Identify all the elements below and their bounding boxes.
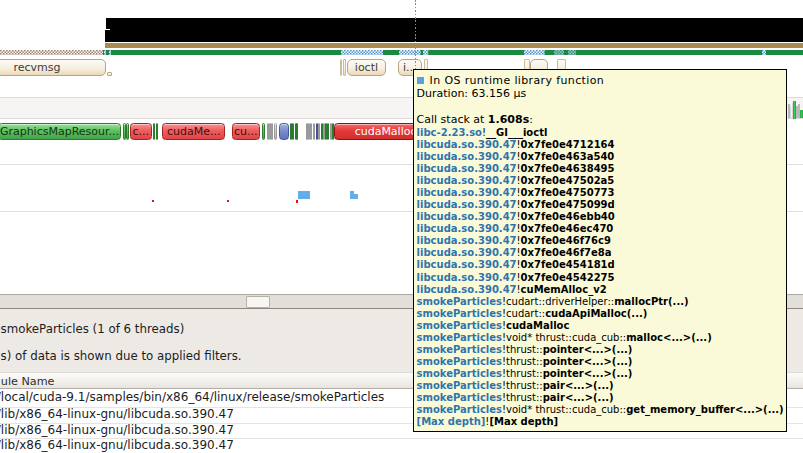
interval-button-partial[interactable] bbox=[340, 59, 342, 76]
frame-symbol: 0x7fe0e46ebb40 bbox=[521, 211, 615, 222]
ruler-left-step bbox=[105, 18, 106, 30]
stack-frame: libcuda.so.390.47!0x7fe0e463a540 bbox=[417, 151, 786, 163]
callstack-time: 1.608s bbox=[488, 113, 529, 126]
blue-stipple-fill bbox=[104, 50, 107, 55]
os-runtime-stipple-segment bbox=[762, 50, 766, 55]
frame-symbol: malloc<...>(...) bbox=[626, 332, 712, 343]
api-bar[interactable] bbox=[126, 123, 128, 140]
frame-symbol: 0x7fe0e46ec470 bbox=[521, 223, 614, 234]
horizontal-scrollbar-thumb[interactable] bbox=[246, 296, 271, 308]
tooltip-title: In OS runtime library function bbox=[430, 74, 605, 87]
frame-module: libcuda.so.390.47 bbox=[417, 199, 517, 210]
interval-button-ioctl[interactable]: ioctl bbox=[347, 59, 387, 76]
frame-module: libcuda.so.390.47 bbox=[417, 259, 517, 270]
frame-symbol: pointer<...>(...) bbox=[543, 344, 633, 355]
os-runtime-row-bar[interactable] bbox=[103, 50, 803, 55]
stack-frame: smokeParticles!cudaMalloc bbox=[417, 320, 786, 332]
frame-qualifier: thrust:: bbox=[506, 392, 543, 403]
timeline-cursor-dashed-line bbox=[415, 0, 416, 76]
ruler-split-notch bbox=[105, 29, 110, 30]
thread-label: smokeParticles (1 of 6 threads) bbox=[1, 322, 185, 336]
frame-qualifier: thrust:: bbox=[506, 356, 543, 367]
frame-symbol: cudaApiMalloc(...) bbox=[545, 308, 647, 319]
api-bar[interactable] bbox=[318, 123, 320, 140]
table-row-module-path[interactable]: /lib/x86_64-linux-gnu/libcuda.so.390.47 bbox=[0, 423, 234, 437]
stack-frame: libcuda.so.390.47!0x7fe0e4712164 bbox=[417, 139, 786, 151]
api-bar[interactable] bbox=[153, 123, 155, 140]
api-bar-c[interactable]: c... bbox=[130, 123, 152, 140]
callstack-colon: : bbox=[529, 113, 533, 126]
stack-frame: smokeParticles!cudart::cudaApiMalloc(...… bbox=[417, 308, 786, 320]
frame-symbol: 0x7fe0e4542275 bbox=[521, 272, 615, 283]
frame-qualifier: void* thrust::cuda_cub:: bbox=[506, 404, 626, 415]
frame-symbol: 0x7fe0e47502a5 bbox=[521, 175, 615, 186]
interval-button-partial[interactable] bbox=[343, 59, 345, 76]
blue-stipple-fill bbox=[341, 50, 384, 55]
frame-symbol: 0x7fe0e454181d bbox=[521, 259, 615, 270]
os-runtime-legend-icon bbox=[417, 77, 425, 84]
table-row-module-path[interactable]: /local/cuda-9.1/samples/bin/x86_64/linux… bbox=[0, 390, 384, 404]
interval-button-recvmsg[interactable]: recvmsg bbox=[0, 59, 106, 76]
table-row-module-path[interactable]: /lib/x86_64-linux-gnu/libcuda.so.390.47 bbox=[0, 438, 234, 452]
frame-symbol: cudaMalloc bbox=[506, 320, 569, 331]
api-bar[interactable] bbox=[296, 123, 298, 140]
frame-module: libcuda.so.390.47 bbox=[417, 247, 517, 258]
marker-red-dot bbox=[227, 200, 229, 202]
frame-module: smokeParticles bbox=[417, 356, 502, 367]
stack-frame: libcuda.so.390.47!0x7fe0e454181d bbox=[417, 259, 786, 271]
timeline-ruler-tan-bar bbox=[105, 43, 803, 48]
marker-blue-interval bbox=[354, 194, 358, 199]
frame-symbol: pointer<...>(...) bbox=[543, 368, 633, 379]
blue-stipple-fill bbox=[399, 50, 421, 55]
frame-module: [Max depth] bbox=[417, 416, 486, 427]
frame-symbol: __GI___ioctl bbox=[486, 127, 547, 138]
stack-frame: smokeParticles!thrust::pointer<...>(...) bbox=[417, 356, 786, 368]
frame-module: libcuda.so.390.47 bbox=[417, 284, 517, 295]
table-row-module-path[interactable]: /lib/x86_64-linux-gnu/libcuda.so.390.47 bbox=[0, 407, 234, 421]
frame-module: libcuda.so.390.47 bbox=[417, 272, 517, 283]
stack-frame: libcuda.so.390.47!0x7fe0e4750773 bbox=[417, 187, 786, 199]
api-bar[interactable] bbox=[156, 123, 158, 140]
frame-module: smokeParticles bbox=[417, 368, 502, 379]
api-bar[interactable] bbox=[262, 123, 265, 140]
os-runtime-stipple-segment bbox=[109, 50, 112, 55]
tooltip-duration: Duration: 63.156 µs bbox=[417, 87, 786, 100]
api-bar-cudaMe[interactable]: cudaMe... bbox=[162, 123, 225, 140]
stack-frame: smokeParticles!cudart::driverHelper::mal… bbox=[417, 296, 786, 308]
frame-module: smokeParticles bbox=[417, 392, 502, 403]
api-bar[interactable] bbox=[292, 123, 294, 140]
stack-frame: [Max depth]![Max depth] bbox=[417, 416, 786, 428]
api-bar[interactable] bbox=[274, 123, 278, 140]
tooltip-blank-line bbox=[417, 100, 786, 113]
callstack-tooltip: In OS runtime library function Duration:… bbox=[413, 69, 787, 432]
frame-module: libcuda.so.390.47 bbox=[417, 223, 517, 234]
stack-frame: smokeParticles!thrust::pair<...>(...) bbox=[417, 392, 786, 404]
filter-note: s) of data is shown due to applied filte… bbox=[1, 349, 242, 363]
os-runtime-row-filtered-stipple bbox=[0, 50, 103, 55]
stack-frame: libcuda.so.390.47!0x7fe0e4638495 bbox=[417, 163, 786, 175]
os-runtime-stipple-segment bbox=[399, 50, 421, 55]
stack-frame: smokeParticles!thrust::pointer<...>(...) bbox=[417, 344, 786, 356]
stack-frame: libcuda.so.390.47!0x7fe0e46f76c9 bbox=[417, 235, 786, 247]
table-header-label: ule Name bbox=[0, 375, 54, 388]
frame-symbol: 0x7fe0e4638495 bbox=[521, 163, 615, 174]
api-bar[interactable] bbox=[313, 123, 315, 140]
os-runtime-stipple-segment bbox=[104, 50, 107, 55]
callstack-prefix: Call stack at bbox=[417, 113, 488, 126]
frame-module: libcuda.so.390.47 bbox=[417, 163, 517, 174]
frame-symbol: mallocPtr(...) bbox=[614, 296, 688, 307]
api-bar-cu[interactable]: cu... bbox=[232, 123, 260, 140]
frame-module: smokeParticles bbox=[417, 296, 502, 307]
stack-frame: libcuda.so.390.47!0x7fe0e46ebb40 bbox=[417, 211, 786, 223]
api-bar[interactable] bbox=[279, 123, 289, 140]
stack-frame: libcuda.so.390.47!0x7fe0e475099d bbox=[417, 199, 786, 211]
blue-stipple-fill bbox=[423, 50, 428, 55]
frame-symbol: pair<...>(...) bbox=[543, 380, 614, 391]
frame-qualifier: cudart::driverHelper:: bbox=[506, 296, 614, 307]
frame-symbol: pointer<...>(...) bbox=[543, 356, 633, 367]
frame-module: libc-2.23.so bbox=[417, 127, 482, 138]
frame-symbol: 0x7fe0e463a540 bbox=[521, 151, 615, 162]
os-runtime-stipple-segment bbox=[341, 50, 384, 55]
api-bar-GraphicsMapResour[interactable]: GraphicsMapResour... bbox=[0, 123, 121, 140]
interval-button-partial[interactable] bbox=[107, 72, 111, 77]
